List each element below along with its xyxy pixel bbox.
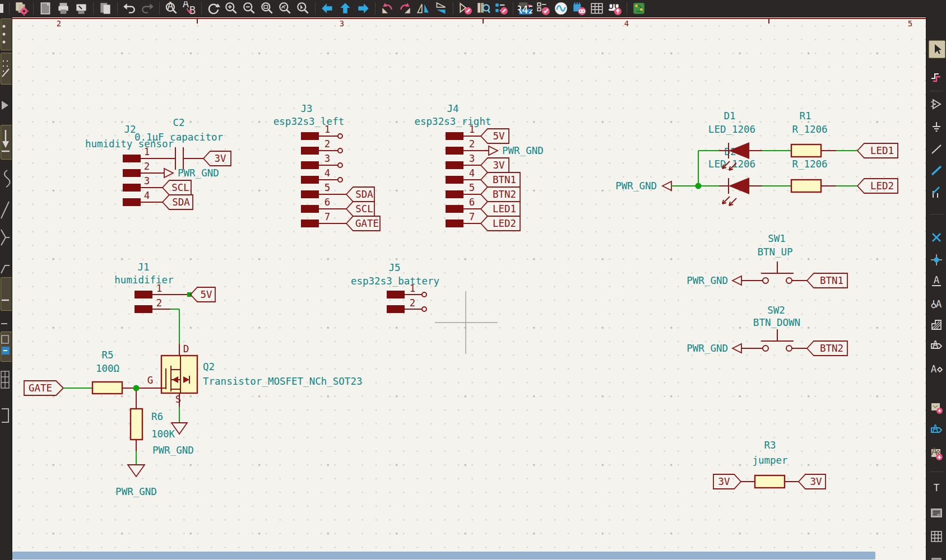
simulator-icon[interactable] bbox=[554, 1, 568, 16]
dark-tool-icon[interactable] bbox=[1, 277, 12, 311]
global-label-btn1[interactable]: BTN1 bbox=[481, 172, 520, 187]
plot-icon[interactable] bbox=[74, 1, 89, 16]
add-rule-area-icon[interactable] bbox=[929, 316, 944, 333]
ref-j1[interactable]: J1 bbox=[137, 262, 149, 273]
zoom-objects-icon[interactable] bbox=[278, 1, 293, 16]
led-resistor-network[interactable]: D1 LED_1206 R1 R_1206 D2 LED_1206 R2 R_1… bbox=[615, 110, 898, 206]
ref-q2[interactable]: Q2 bbox=[203, 361, 215, 372]
nav-left-arrow-icon[interactable] bbox=[320, 1, 335, 16]
line-diag-icon[interactable] bbox=[1, 253, 12, 278]
ref-sw1[interactable]: SW1 bbox=[768, 233, 786, 244]
highlight-net-icon[interactable] bbox=[929, 68, 944, 85]
redo-icon[interactable] bbox=[140, 1, 155, 16]
value-q2[interactable]: Transistor_MOSFET_NCh_SOT23 bbox=[203, 376, 362, 387]
global-label-sda[interactable]: SDA bbox=[346, 187, 374, 202]
grid-dots-icon[interactable] bbox=[1, 18, 12, 50]
global-label-btn1[interactable]: BTN1 bbox=[807, 273, 847, 288]
power-symbol-pwr-gnd[interactable]: PWR_GND bbox=[489, 145, 544, 156]
mirror-horizontal-icon[interactable] bbox=[416, 1, 430, 16]
add-sheet-pin-icon[interactable]: A bbox=[929, 422, 944, 438]
nav-up-arrow-icon[interactable] bbox=[338, 1, 353, 16]
power-label-pwr-gnd[interactable]: PWR_GND bbox=[115, 486, 157, 497]
add-wire-icon[interactable] bbox=[929, 141, 944, 157]
zoom-selection-icon[interactable] bbox=[296, 1, 310, 16]
tick-icon[interactable] bbox=[1, 314, 12, 330]
value-j1[interactable]: humidifier bbox=[114, 274, 173, 286]
power-label-pwr-gnd[interactable]: PWR_GND bbox=[152, 445, 194, 456]
ref-r3[interactable]: R3 bbox=[764, 440, 776, 451]
component-r3-jumper[interactable]: R3 jumper 3V 3V bbox=[713, 440, 826, 489]
add-bus-entry-icon[interactable] bbox=[929, 184, 944, 200]
annotate-icon[interactable]: R42 bbox=[518, 1, 532, 16]
zoom-fit-icon[interactable] bbox=[260, 1, 275, 16]
global-label-btn2[interactable]: BTN2 bbox=[481, 187, 520, 202]
select-tool-icon[interactable] bbox=[929, 40, 945, 58]
add-table-icon[interactable] bbox=[929, 528, 944, 545]
value-c2[interactable]: 0.1µF capacitor bbox=[135, 132, 223, 143]
line-free-icon[interactable] bbox=[1, 197, 12, 222]
add-textbox-icon[interactable] bbox=[929, 505, 944, 521]
add-bus-icon[interactable] bbox=[929, 162, 944, 179]
print-icon[interactable] bbox=[56, 1, 71, 16]
value-r3[interactable]: jumper bbox=[752, 455, 787, 466]
global-label-led1[interactable]: LED1 bbox=[857, 143, 898, 158]
global-label-led1[interactable]: LED1 bbox=[481, 202, 520, 216]
snap-curve-icon[interactable] bbox=[1, 167, 12, 192]
value-j4[interactable]: esp32s3_right bbox=[415, 116, 491, 127]
value-r1[interactable]: R_1206 bbox=[792, 124, 827, 135]
value-d1[interactable]: LED_1206 bbox=[708, 124, 755, 135]
symbol-fields-table-icon[interactable] bbox=[590, 1, 604, 16]
global-label-3v[interactable]: 3V bbox=[481, 158, 509, 172]
nav-right-arrow-icon[interactable] bbox=[356, 1, 370, 16]
corner-tool-icon[interactable] bbox=[1, 403, 12, 428]
refresh-icon[interactable] bbox=[206, 1, 221, 16]
ref-r1[interactable]: R1 bbox=[799, 110, 811, 122]
add-hierarchical-label-icon[interactable]: A bbox=[929, 361, 944, 378]
ref-r5[interactable]: R5 bbox=[101, 349, 113, 361]
global-label-scl[interactable]: SCL bbox=[346, 202, 374, 216]
erc-icon[interactable] bbox=[536, 1, 550, 16]
paste-icon[interactable] bbox=[98, 1, 113, 16]
global-label-gate[interactable]: GATE bbox=[346, 216, 380, 231]
ref-j4[interactable]: J4 bbox=[447, 103, 458, 114]
power-symbol-pwr-gnd[interactable]: PWR_GND bbox=[164, 167, 219, 179]
edit-symbol-fields-icon[interactable] bbox=[494, 1, 508, 16]
ref-c2[interactable]: C2 bbox=[173, 117, 184, 128]
add-power-icon[interactable] bbox=[929, 118, 944, 135]
wire-junction-icon[interactable] bbox=[1, 225, 12, 250]
power-label-pwr-gnd[interactable]: PWR_GND bbox=[615, 180, 657, 192]
value-j5[interactable]: esp32s3_battery bbox=[351, 276, 439, 287]
rotate-cw-icon[interactable] bbox=[398, 1, 412, 16]
component-sw1-button[interactable]: SW1 BTN_UP PWR_GND BTN1 bbox=[687, 233, 847, 288]
global-label-sda[interactable]: SDA bbox=[163, 195, 193, 209]
value-r6[interactable]: 100K bbox=[151, 428, 175, 440]
import-marker-icon[interactable] bbox=[1, 125, 12, 160]
browse-symbol-library-icon[interactable] bbox=[476, 1, 490, 16]
add-no-connect-icon[interactable] bbox=[929, 229, 944, 246]
add-symbol-icon[interactable] bbox=[929, 96, 944, 113]
ref-sw2[interactable]: SW2 bbox=[767, 305, 785, 316]
global-label-btn2[interactable]: BTN2 bbox=[807, 341, 847, 356]
ref-j5[interactable]: J5 bbox=[388, 262, 400, 273]
global-label-5v[interactable]: 5V bbox=[481, 129, 509, 143]
component-r6-resistor[interactable]: R6 100K PWR_GND PWR_GND bbox=[115, 391, 194, 497]
grid-small-icon[interactable] bbox=[1, 367, 12, 396]
add-netclass-directive-icon[interactable]: A bbox=[929, 295, 944, 312]
ref-d1[interactable]: D1 bbox=[724, 110, 735, 122]
led-d2[interactable] bbox=[719, 178, 762, 206]
add-text-icon[interactable]: T bbox=[929, 479, 944, 496]
ref-r6[interactable]: R6 bbox=[151, 411, 163, 422]
ref-j3[interactable]: J3 bbox=[300, 103, 312, 114]
resistor-r1[interactable] bbox=[791, 180, 836, 192]
mirror-vertical-icon[interactable] bbox=[434, 1, 448, 16]
undo-icon[interactable] bbox=[122, 1, 137, 16]
clipped-save-icon[interactable] bbox=[0, 1, 4, 16]
global-label-led2[interactable]: LED2 bbox=[481, 216, 520, 231]
value-sw2[interactable]: BTN_DOWN bbox=[753, 317, 800, 328]
resistor-r2[interactable] bbox=[791, 144, 836, 157]
add-hierarchical-sheet-icon[interactable] bbox=[929, 399, 944, 416]
global-label-5v[interactable]: 5V bbox=[191, 287, 215, 302]
find-replace-icon[interactable]: AB bbox=[182, 1, 197, 16]
rotate-ccw-icon[interactable] bbox=[380, 1, 395, 16]
import-sheet-pin-icon[interactable]: A bbox=[929, 446, 944, 463]
